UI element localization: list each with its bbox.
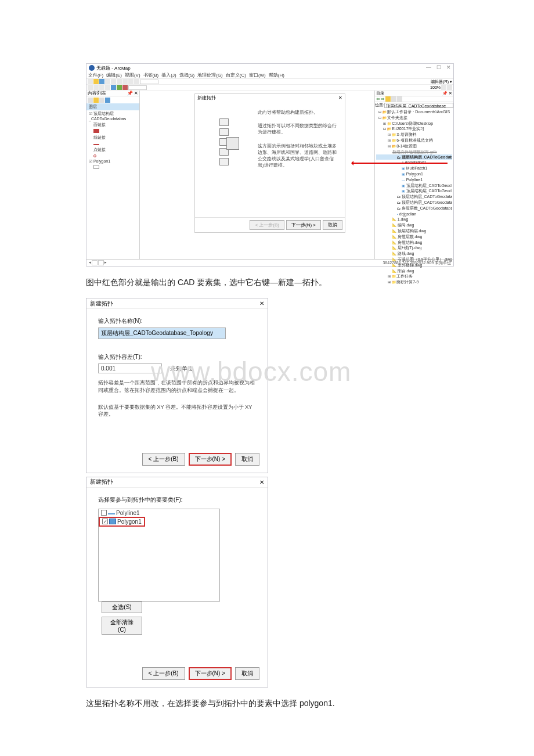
clear-all-button[interactable]: 全部清除(C) (102, 617, 142, 635)
minimize-button[interactable]: — (424, 64, 434, 71)
dlg1-close-icon[interactable]: ✕ (259, 300, 264, 307)
catalog-icon[interactable] (447, 85, 452, 90)
tree-dwg10[interactable]: 阳台.dwg (376, 268, 452, 274)
tree-geod1[interactable]: 顶层结构层_CADToGeod (376, 183, 452, 189)
new-icon[interactable] (88, 79, 93, 84)
zoom-in-icon[interactable] (88, 85, 93, 90)
catalog-pin-icon[interactable]: 📌 ✕ (442, 91, 452, 96)
pan-icon[interactable] (99, 85, 104, 90)
tree-dcj[interactable]: dcjgsdian (376, 211, 452, 217)
menu-edit[interactable]: 编辑(E) (106, 72, 122, 78)
print-icon[interactable] (105, 79, 110, 84)
wizard-next-button[interactable]: 下一步(N) > (286, 220, 321, 230)
tree-data1[interactable]: 顶层结构层_CADToGeodata (376, 194, 452, 200)
menu-custom[interactable]: 自定义(C) (226, 72, 246, 78)
undo-icon[interactable] (128, 79, 134, 84)
point-layer[interactable]: 点链接 (86, 146, 139, 153)
select-all-button[interactable]: 全选(S) (102, 602, 142, 613)
identify-icon[interactable] (111, 85, 116, 90)
scale-input[interactable] (140, 80, 158, 84)
editor-dropdown[interactable]: 编辑器(R) ▾ (431, 79, 452, 85)
dlg2-prev-button[interactable]: < 上一步(B) (142, 667, 185, 680)
dlg1-next-button[interactable]: 下一步(N) > (189, 453, 232, 466)
menu-view[interactable]: 视图(V) (125, 72, 140, 78)
tree-eproj[interactable]: E:\20017毕业实习 (376, 126, 452, 132)
data-view-tab[interactable] (92, 260, 98, 265)
tree-pl1[interactable]: Polyline1 (376, 177, 452, 183)
save-icon[interactable] (99, 79, 104, 84)
select-icon[interactable] (117, 85, 122, 90)
maximize-button[interactable]: ☐ (434, 64, 443, 71)
tree-cusers[interactable]: C:\Users\陈璐\Desktop (376, 121, 452, 127)
list-by-selection-icon[interactable] (105, 98, 110, 103)
list-by-drawing-icon[interactable] (88, 98, 93, 103)
zoom-out-icon[interactable] (93, 85, 99, 90)
menu-file[interactable]: 文件(F) (88, 72, 103, 78)
refresh-icon[interactable] (397, 96, 402, 102)
back-icon[interactable]: ⇦ (376, 96, 380, 102)
tolerance-input[interactable]: 0.001 (98, 363, 162, 373)
up-icon[interactable] (385, 96, 391, 102)
scroll-left[interactable]: ◂ (89, 260, 91, 265)
polygon1-layer[interactable]: ☑ Polygon1 (86, 159, 139, 164)
menu-geoproc[interactable]: 地理处理(G) (197, 72, 223, 78)
tree-dwg3[interactable]: 顶层结构层.dwg (376, 228, 452, 234)
dataset-item[interactable]: ☑ 顶层结构层_CADToGeodatabas (86, 110, 139, 121)
tree-6[interactable]: 6-项目标准规范文档 (376, 138, 452, 143)
layout-view-tab[interactable] (98, 260, 104, 265)
tree-dwg6[interactable]: 层+楼(T).dwg (376, 245, 452, 251)
wizard-cancel-button[interactable]: 取消 (323, 220, 342, 230)
menu-help[interactable]: 帮助(H) (269, 72, 284, 78)
tree-mp[interactable]: MultiPatch1 (376, 165, 452, 171)
dlg1-cancel-button[interactable]: 取消 (235, 453, 259, 466)
menubar[interactable]: 文件(F) 编辑(E) 视图(V) 书签(B) 插入(J) 选择(S) 地理处理… (86, 72, 453, 79)
tree-geod2[interactable]: 顶层结构层_CADToGeod (376, 188, 452, 194)
polyline-checkbox[interactable] (101, 510, 107, 516)
tree-calc[interactable]: 面积计算7-9 (376, 279, 452, 285)
tree-data2[interactable]: 顶层结构层_CADToGeodata (376, 200, 452, 206)
scale-input-2[interactable] (128, 85, 147, 90)
paste-icon[interactable] (122, 79, 128, 84)
tree-dwg2[interactable]: 编号.dwg (376, 222, 452, 228)
poly-layer[interactable]: 面链接 (86, 121, 139, 128)
feature-class-list[interactable]: Polyline1 ✓ Polygon1 (98, 509, 220, 602)
copy-icon[interactable] (117, 79, 122, 84)
tree-dataset-selected[interactable]: 顶层结构层_CADToGeodata (376, 154, 452, 160)
map-canvas[interactable]: 单击这里可以打开目录 新建拓扑 ✕ 此向导将帮 (140, 91, 374, 259)
dlg2-cancel-button[interactable]: 取消 (235, 667, 259, 680)
wizard-close-icon[interactable]: ✕ (338, 95, 342, 100)
menu-insert[interactable]: 插入(J) (161, 72, 176, 78)
menu-window[interactable]: 窗口(W) (249, 72, 266, 78)
list-by-source-icon[interactable] (93, 98, 99, 103)
layers-root[interactable]: 图层 (86, 103, 139, 110)
location-input[interactable]: 顶层结构层_CADToGeodatabase (384, 103, 453, 108)
clear-icon[interactable] (122, 85, 128, 90)
toolbox-icon[interactable] (441, 85, 446, 90)
tree-folderconn[interactable]: 文件夹连接 (376, 115, 452, 121)
fwd-icon[interactable]: ⇨ (381, 96, 385, 102)
full-extent-icon[interactable] (105, 85, 110, 90)
tree-814[interactable]: 8-14位置图 (376, 143, 452, 149)
tree-dwg7[interactable]: 路线.dwg (376, 251, 452, 257)
topology-name-input[interactable]: 顶层结构层_CADToGeodatabase_Topology (98, 327, 226, 339)
dlg1-prev-button[interactable]: < 上一步(B) (142, 453, 185, 466)
list-by-visibility-icon[interactable] (99, 98, 104, 103)
polygon-checkbox[interactable]: ✓ (102, 519, 108, 524)
menu-bookmarks[interactable]: 书签(B) (143, 72, 159, 78)
close-button[interactable]: ✕ (443, 64, 453, 71)
dlg2-next-button[interactable]: 下一步(N) > (189, 667, 232, 680)
tree-task[interactable]: 工作任务 (376, 273, 452, 279)
tree-pg1[interactable]: Polygon1 (376, 171, 452, 177)
tree-hb[interactable]: 房屋层数_CADToGeodataba (376, 206, 452, 211)
tree-3[interactable]: 3-培训资料 (376, 132, 452, 138)
toc-pin-icon[interactable]: 📌 ✕ (127, 91, 138, 96)
dlg2-close-icon[interactable]: ✕ (259, 479, 264, 485)
menu-select[interactable]: 选择(S) (179, 72, 195, 78)
line-layer[interactable]: 线链接 (86, 134, 139, 141)
open-icon[interactable] (93, 79, 99, 84)
tree-default[interactable]: 默认工作目录 · Documents\ArcGIS (376, 109, 452, 115)
redo-icon[interactable] (134, 79, 139, 84)
tree-dwg5[interactable]: 房屋结构.dwg (376, 240, 452, 246)
fc-polyline-item[interactable]: Polyline1 (99, 509, 219, 517)
cut-icon[interactable] (111, 79, 116, 84)
